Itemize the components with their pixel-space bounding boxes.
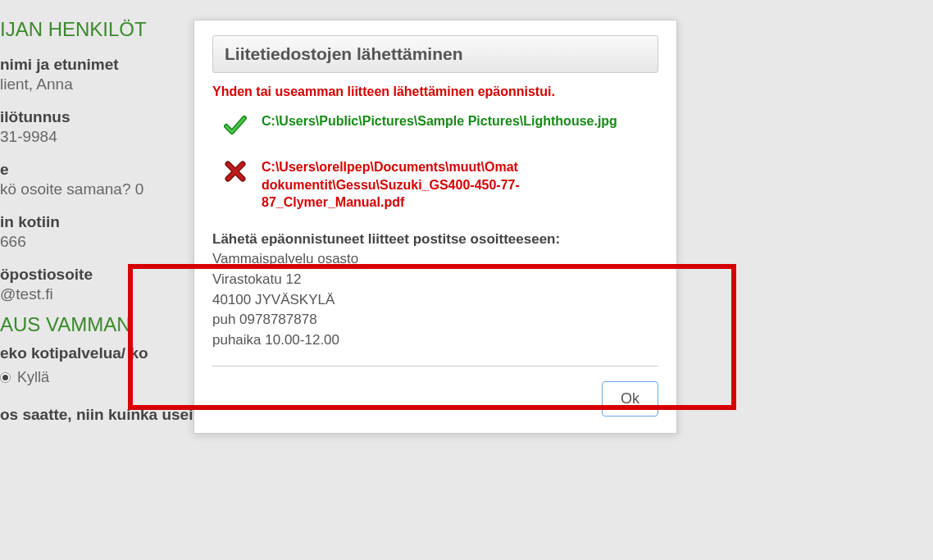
address-line-city: 40100 JYVÄSKYLÄ xyxy=(212,290,658,311)
address-line-phone: puh 0978787878 xyxy=(212,310,658,330)
file-path-error: C:\Users\orellpep\Documents\muut\Omat do… xyxy=(262,158,658,212)
dialog-title: Liitetiedostojen lähettäminen xyxy=(225,44,646,64)
dialog-title-bar: Liitetiedostojen lähettäminen xyxy=(212,35,658,73)
file-result-success: C:\Users\Public\Pictures\Sample Pictures… xyxy=(212,112,658,140)
radio-icon xyxy=(0,372,11,383)
file-result-error: C:\Users\orellpep\Documents\muut\Omat do… xyxy=(212,158,658,212)
attachment-upload-dialog: Liitetiedostojen lähettäminen Yhden tai … xyxy=(193,20,677,434)
postal-address-block: Lähetä epäonnistuneet liitteet postitse … xyxy=(212,230,658,351)
radio-label-yes: Kyllä xyxy=(17,369,49,386)
error-summary-text: Yhden tai useamman liitteen lähettäminen… xyxy=(212,84,658,99)
checkmark-icon xyxy=(224,114,247,140)
file-path-success: C:\Users\Public\Pictures\Sample Pictures… xyxy=(262,112,617,130)
address-line-street: Virastokatu 12 xyxy=(212,270,658,290)
dialog-divider xyxy=(212,366,658,367)
cross-icon xyxy=(224,160,247,186)
ok-button[interactable]: Ok xyxy=(602,381,658,417)
address-line-dept: Vammaispalvelu osasto xyxy=(212,249,658,270)
address-heading: Lähetä epäonnistuneet liitteet postitse … xyxy=(212,230,658,250)
address-line-hours: puhaika 10.00-12.00 xyxy=(212,330,658,351)
dialog-footer: Ok xyxy=(212,381,658,417)
